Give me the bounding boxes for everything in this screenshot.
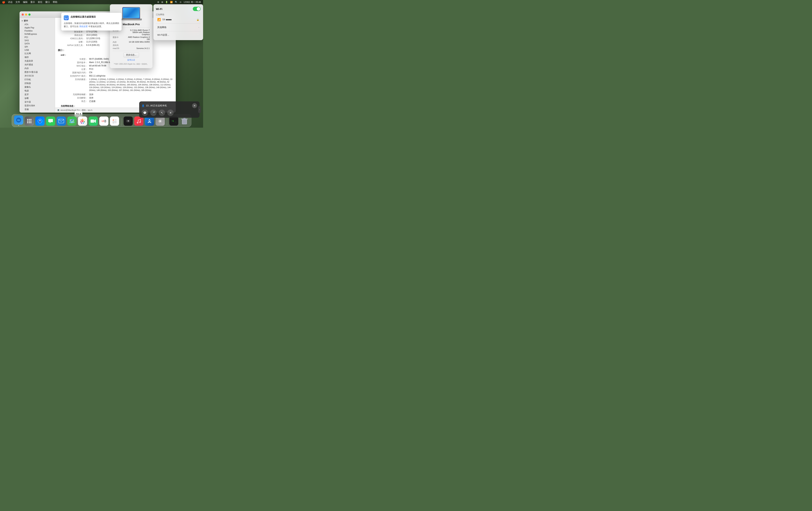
dock-item-appstore[interactable] <box>145 116 154 126</box>
menu-edit[interactable]: 编辑 <box>23 1 28 4</box>
remote-text: 13...80正在远程本机 <box>146 104 167 107</box>
traffic-lights[interactable] <box>22 13 31 16</box>
close-button[interactable] <box>22 13 24 16</box>
sidebar-item-diag[interactable]: 诊断 <box>20 96 55 100</box>
hardware-group-header[interactable]: ▼ 硬件 <box>20 19 55 23</box>
remote-expand-handle[interactable]: › <box>198 106 201 113</box>
sidebar-item-fiber[interactable]: 光纤通道 <box>20 63 55 66</box>
monitoring-label: 监管认证 <box>113 59 150 61</box>
dock-item-messages[interactable] <box>46 116 55 126</box>
dock-item-calendar[interactable]: 1月 8 <box>99 116 109 126</box>
sidebar-item-sas[interactable]: SAS <box>20 39 55 42</box>
dock-item-launchpad[interactable] <box>25 116 34 126</box>
menu-finder[interactable]: 访达 <box>8 1 12 4</box>
tooltip-header: 点按墙纸以显示桌面项目 <box>64 15 119 20</box>
menu-view[interactable]: 显示 <box>30 1 35 4</box>
sysprefs-icon <box>155 116 165 126</box>
sidebar-item-ethernet[interactable]: 以太网 <box>20 52 55 55</box>
sidebar-item-spi[interactable]: SPI <box>20 45 55 49</box>
more-info-button[interactable]: 更多信息... <box>123 52 139 58</box>
sidebar-item-storage[interactable]: 储存 <box>20 55 55 59</box>
auto-unlock-value: 支持 <box>89 96 173 100</box>
sidebar-item-memory[interactable]: 内存 <box>20 66 55 70</box>
channels-row: 支持的频道： 1 (2GHz), 2 (2GHz), 3 (2GHz), 4 (… <box>61 78 173 92</box>
dock-item-reminders[interactable] <box>110 116 119 126</box>
sidebar-item-optical[interactable]: 光盘刻录 <box>20 59 55 63</box>
wake-value: 支持 <box>89 93 173 96</box>
remote-chat-button[interactable]: 💬 <box>142 110 148 116</box>
dock-item-trash[interactable] <box>180 116 189 126</box>
sidebar-item-sata[interactable]: SATA <box>20 42 55 45</box>
menubar-control-center[interactable]: ⊙ <box>180 1 181 3</box>
firmware-label: 固件版本： <box>61 61 89 64</box>
country-label: 国家/地区代码： <box>61 71 89 74</box>
phy-modes-row: 支持的PHY 模式： 802.11 a/b/g/n/ac <box>61 75 173 78</box>
apple-logo-icon[interactable]: 🍎 <box>2 1 5 4</box>
sidebar-item-pci[interactable]: PCI <box>20 36 55 39</box>
menu-file[interactable]: 文件 <box>16 1 20 4</box>
network-group-header[interactable]: ▼ 网络 <box>20 112 55 113</box>
dock-item-sysprefs[interactable] <box>155 116 165 126</box>
tooltip-link[interactable]: 系统设置 <box>79 25 88 28</box>
svg-point-22 <box>82 119 83 120</box>
wifi-other-networks[interactable]: 其他网络 › <box>156 25 201 30</box>
remote-close-button[interactable]: ✕ <box>192 103 197 108</box>
sidebar-item-nvme[interactable]: NVMExpress <box>20 32 55 36</box>
breadcrumb-network: 网络 <box>82 109 86 112</box>
dock-item-facetime[interactable] <box>89 116 98 126</box>
cpu-value: 3.2 GHz AMD Ryzen 7 5800H with Radeon Gr… <box>125 29 150 35</box>
sidebar-item-applepay[interactable]: Apple Pay <box>20 26 55 29</box>
dock-item-finder[interactable] <box>14 115 23 126</box>
svg-rect-13 <box>29 122 30 123</box>
wifi-network-tp[interactable]: 📶 TP-■■■■ 🔒 <box>156 17 201 22</box>
dock-item-safari[interactable] <box>35 116 45 126</box>
location-value: FCC <box>89 68 173 71</box>
dock-item-music[interactable] <box>134 116 143 126</box>
svg-rect-9 <box>27 120 28 122</box>
wifi-divider-2 <box>156 31 201 31</box>
menubar-wifi-icon[interactable]: 📶 <box>170 1 173 3</box>
remote-mic-button[interactable]: 🎤 <box>150 110 156 116</box>
sidebar-item-bluetooth[interactable]: 蓝牙 <box>20 93 55 96</box>
sidebar-item-firewire[interactable]: FireWire <box>20 29 55 32</box>
sidebar-item-ata[interactable]: ATA <box>20 23 55 26</box>
sidebar-item-camera[interactable]: 摄像头 <box>20 85 55 89</box>
dock-item-photos[interactable] <box>78 116 87 126</box>
sysinfo-label: 系统信息： <box>58 34 86 37</box>
maximize-button[interactable] <box>28 13 31 16</box>
tooltip-popup: 点按墙纸以显示桌面项目 点按墙纸，快速访问桌面项目和桌面小组件。再次点按调回窗口… <box>61 13 122 31</box>
channels-value: 1 (2GHz), 2 (2GHz), 3 (2GHz), 4 (2GHz), … <box>89 78 173 92</box>
remote-x-button[interactable]: ✕ <box>167 110 174 116</box>
menubar-extra-1[interactable]: ⚙ <box>157 1 159 3</box>
menu-go[interactable]: 前往 <box>38 1 42 4</box>
minimize-button[interactable] <box>25 13 27 16</box>
sidebar-item-printer[interactable]: 打印机 <box>20 78 55 82</box>
menubar-extra-3[interactable]: 🔋 <box>165 1 168 3</box>
menubar-extra-2[interactable]: ⊞ <box>162 1 163 3</box>
ram-value: 16 GB 3200 MHz DDR4 <box>129 41 150 44</box>
wifi-chevron-icon: › <box>199 26 199 29</box>
dock-item-maps[interactable]: 🗺️ <box>67 116 77 126</box>
wifi-settings-item[interactable]: Wi-Fi设置... <box>156 32 201 38</box>
remote-cursor-button[interactable]: ↖ <box>159 110 165 116</box>
copyright-text: ™和© 1983-2023 Apple Inc. 保留一切权利。 <box>113 63 150 65</box>
dock-item-appletv[interactable] <box>123 116 133 126</box>
remote-bar: 👤 13...80正在远程本机 ✕ 💬 🎤 ↖ ✕ › <box>139 102 200 118</box>
sidebar-item-graphics[interactable]: 图形卡/显示器 <box>20 70 55 74</box>
sidebar-item-thunderbolt[interactable]: 雷雳/USB4 <box>20 104 55 108</box>
sidebar-item-audio[interactable]: 音频 <box>20 108 55 111</box>
dock-item-terminal[interactable]: ~$ _ <box>169 116 178 126</box>
menubar-search-icon[interactable]: 🔍 <box>175 1 177 3</box>
sidebar-item-cardreader[interactable]: 读卡器 <box>20 100 55 104</box>
dock-item-mail[interactable] <box>57 116 66 126</box>
wifi-toggle[interactable] <box>193 7 201 11</box>
sidebar-item-scsi[interactable]: 并行SCSI <box>20 74 55 78</box>
menu-window[interactable]: 窗口 <box>45 1 50 4</box>
gpu-spec-row: 图形卡 AMD Radeon Graphics 4 GB <box>113 36 150 40</box>
sidebar-item-usb[interactable]: USB <box>20 49 55 52</box>
menu-help[interactable]: 帮助 <box>53 1 57 4</box>
sidebar-item-power[interactable]: 电源 <box>20 89 55 93</box>
sidebar-item-controller[interactable]: 控制器 <box>20 82 55 85</box>
svg-rect-29 <box>90 119 94 123</box>
mbp-screen <box>122 7 140 19</box>
